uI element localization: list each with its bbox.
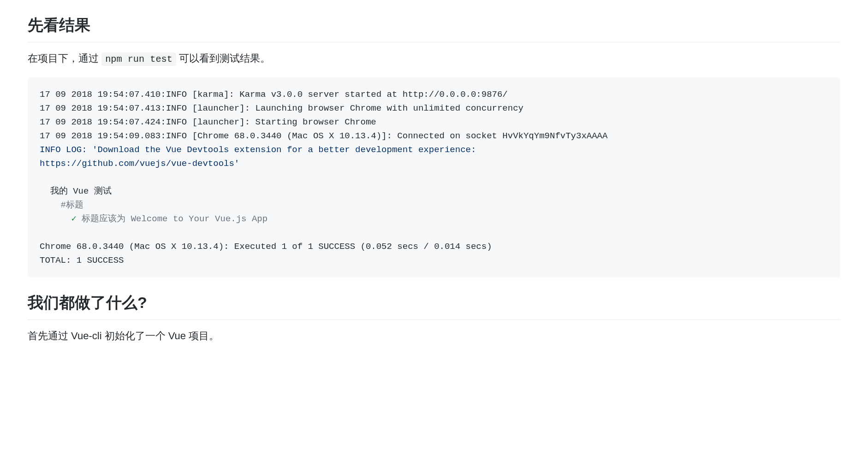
log-summary-line: Chrome 68.0.3440 (Mac OS X 10.13.4): Exe… — [40, 242, 492, 252]
log-info-message: INFO LOG: 'Download the Vue Devtools ext… — [40, 145, 476, 155]
intro-text-after: 可以看到测试结果。 — [176, 53, 270, 64]
test-case-name: 标题应该为 Welcome to Your Vue.js App — [82, 214, 268, 224]
section-heading-results: 先看结果 — [28, 13, 840, 42]
explain-paragraph: 首先通过 Vue-cli 初始化了一个 Vue 项目。 — [28, 328, 840, 344]
intro-text-before: 在项目下，通过 — [28, 53, 101, 64]
log-line: 17 09 2018 19:54:07.410:INFO [karma]: Ka… — [40, 89, 508, 100]
console-output-block: 17 09 2018 19:54:07.410:INFO [karma]: Ka… — [28, 77, 840, 277]
intro-paragraph: 在项目下，通过 npm run test 可以看到测试结果。 — [28, 51, 840, 66]
test-describe-name: #标题 — [40, 200, 83, 210]
log-line: 17 09 2018 19:54:07.413:INFO [launcher]:… — [40, 103, 523, 113]
check-icon: ✓ — [40, 214, 82, 224]
test-suite-name: 我的 Vue 测试 — [40, 186, 112, 196]
log-info-url: https://github.com/vuejs/vue-devtools' — [40, 159, 239, 169]
inline-code-npm-run-test: npm run test — [101, 53, 176, 66]
log-line: 17 09 2018 19:54:09.083:INFO [Chrome 68.… — [40, 131, 607, 141]
log-total-line: TOTAL: 1 SUCCESS — [40, 255, 124, 265]
log-line: 17 09 2018 19:54:07.424:INFO [launcher]:… — [40, 117, 376, 127]
section-heading-what-we-did: 我们都做了什么? — [28, 290, 840, 320]
